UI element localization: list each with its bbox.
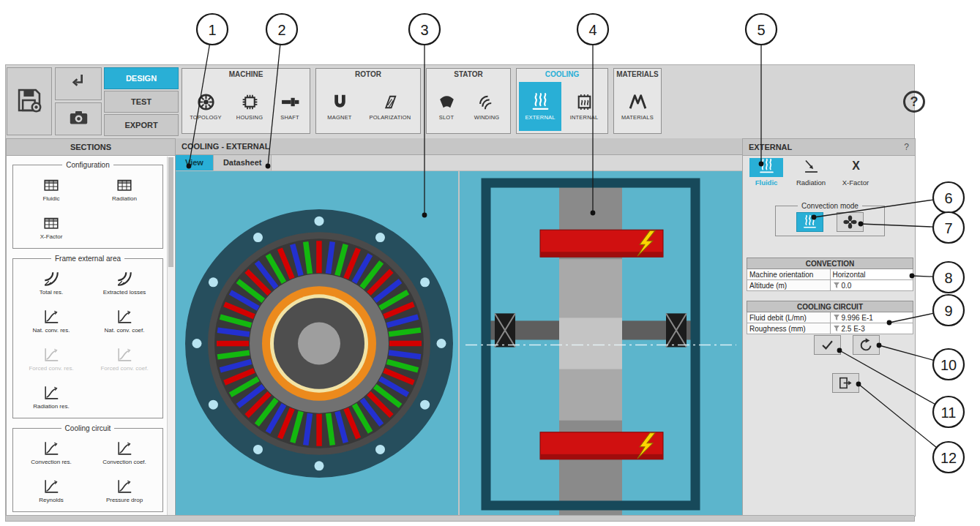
polarization-icon <box>381 92 400 112</box>
restore-button[interactable] <box>853 335 880 355</box>
panel-tab-label: X-Factor <box>842 179 869 187</box>
action-buttons <box>814 335 880 355</box>
table-row: Fluid debit (L/mn)9.996 E-1 <box>747 312 913 323</box>
tab-view[interactable]: View <box>176 155 214 170</box>
undo-icon <box>859 337 874 353</box>
param-value[interactable]: 2.5 E-3 <box>830 323 913 334</box>
natural-convection-button[interactable] <box>796 212 823 232</box>
callout-number-9: 9 <box>944 303 952 319</box>
radial-viewport[interactable] <box>176 171 458 516</box>
axial-viewport[interactable] <box>460 171 742 516</box>
section-item-label: Forced conv. coef. <box>100 365 148 372</box>
ribbon-item-magnet[interactable]: MAGNET <box>318 82 361 131</box>
ribbon-item-shaft[interactable]: SHAFT <box>272 82 307 131</box>
scrollbar-thumb[interactable] <box>168 157 173 267</box>
test-button[interactable]: TEST <box>104 91 179 113</box>
panel-tab-x-factor[interactable]: XX-Factor <box>834 158 877 187</box>
section-item-extracted-losses[interactable]: Extracted losses <box>88 263 161 301</box>
wheel-icon <box>196 92 216 112</box>
validate-button[interactable] <box>814 335 841 355</box>
ribbon-item-external[interactable]: EXTERNAL <box>519 82 561 131</box>
panel-tabs: FluidicRadiationXX-Factor <box>745 158 877 187</box>
ribbon-item-polarization[interactable]: POLARIZATION <box>362 82 418 131</box>
ribbon-item-label: HOUSING <box>236 114 263 121</box>
panel-tab-radiation[interactable]: Radiation <box>790 158 832 187</box>
snapshot-button[interactable] <box>55 102 102 135</box>
section-item-nat-conv-coef[interactable]: Nat. conv. coef. <box>88 301 161 339</box>
callout-circle-12 <box>933 442 964 473</box>
sections-body: ConfigurationFluidicRadiationX-FactorFra… <box>7 157 166 516</box>
section-item-pressure-drop[interactable]: Pressure drop <box>88 471 161 509</box>
callout-circle-9 <box>933 295 964 326</box>
section-item-label: Pressure drop <box>106 497 143 503</box>
tab-datasheet[interactable]: Datasheet <box>214 155 272 170</box>
section-item-radiation-res[interactable]: Radiation res. <box>15 377 88 416</box>
section-item-label: Radiation res. <box>33 403 69 410</box>
callout-circle-2 <box>266 14 297 45</box>
section-item-reynolds[interactable]: Reynolds <box>15 471 88 509</box>
help-button[interactable]: ? <box>903 91 925 113</box>
materials-icon <box>628 92 648 112</box>
ribbon-item-topology[interactable]: TOPOLOGY <box>184 82 227 131</box>
ribbon-item-internal[interactable]: INTERNAL <box>563 82 605 131</box>
table-icon <box>115 176 134 194</box>
param-value[interactable]: Horizontal <box>830 269 913 280</box>
panel-tab-fluidic[interactable]: Fluidic <box>745 158 788 187</box>
param-label: Roughness (mm) <box>747 323 831 334</box>
ribbon-item-winding[interactable]: WINDING <box>465 82 508 131</box>
callout-circle-7 <box>933 212 964 243</box>
sections-title: SECTIONS <box>7 139 175 156</box>
sections-scrollbar[interactable] <box>167 157 174 515</box>
import-button[interactable] <box>55 67 102 100</box>
export-results-button[interactable] <box>832 373 859 393</box>
callout-circle-10 <box>933 349 964 380</box>
parameter-tables: CONVECTIONMachine orientationHorizontalA… <box>747 258 913 344</box>
callout-circle-8 <box>933 262 964 293</box>
ribbon-item-materials[interactable]: MATERIALS <box>616 82 659 131</box>
page: DESIGN TEST EXPORT MACHINETOPOLOGYHOUSIN… <box>0 0 980 526</box>
param-value-text: 2.5 E-3 <box>842 325 865 333</box>
panel-tab-label: Radiation <box>796 179 826 187</box>
ribbon-item-housing[interactable]: HOUSING <box>228 82 271 131</box>
curve-icon <box>42 384 61 402</box>
forced-convection-button[interactable] <box>837 212 864 232</box>
panel-title: EXTERNAL <box>749 143 792 151</box>
param-value[interactable]: 9.996 E-1 <box>830 312 913 323</box>
section-item-nat-conv-res[interactable]: Nat. conv. res. <box>15 301 88 339</box>
ribbon-item-label: TOPOLOGY <box>190 114 222 121</box>
table-row: Altitude (m)0.0 <box>747 280 913 291</box>
param-value-text: Horizontal <box>833 271 866 279</box>
param-value-text: 0.0 <box>842 282 852 290</box>
section-item-fluidic[interactable]: Fluidic <box>15 170 88 208</box>
canvas <box>176 171 742 516</box>
section-item-convection-res[interactable]: Convection res. <box>15 433 88 471</box>
callout-number-10: 10 <box>940 357 957 373</box>
check-icon <box>820 337 835 353</box>
section-item-radiation[interactable]: Radiation <box>88 170 161 208</box>
table-header: CONVECTION <box>747 258 913 269</box>
ribbon-item-slot[interactable]: SLOT <box>429 82 464 131</box>
ribbon-item-label: WINDING <box>474 114 500 121</box>
ribbon-item-label: SLOT <box>439 114 454 121</box>
callout-number-4: 4 <box>588 22 596 38</box>
panel-help-button[interactable]: ? <box>904 142 909 152</box>
section-item-label: Total res. <box>40 289 63 296</box>
save-project-button[interactable] <box>7 67 52 135</box>
waves-icon <box>802 214 818 230</box>
chipwave-icon <box>575 92 594 112</box>
design-button[interactable]: DESIGN <box>104 67 179 89</box>
table-convection: CONVECTIONMachine orientationHorizontalA… <box>747 258 913 291</box>
callout-circle-3 <box>409 14 440 45</box>
curve-icon <box>42 478 61 495</box>
export-mode-button[interactable]: EXPORT <box>104 114 179 136</box>
section-item-x-factor[interactable]: X-Factor <box>15 208 88 246</box>
ribbon-item-label: SHAFT <box>280 114 299 121</box>
convection-mode-group: Convection mode <box>775 202 885 236</box>
funnel-icon <box>833 314 840 321</box>
ribbon-groups: MACHINETOPOLOGYHOUSINGSHAFTROTORMAGNETPO… <box>182 68 662 134</box>
section-item-total-res[interactable]: Total res. <box>15 263 88 301</box>
param-value[interactable]: 0.0 <box>830 280 913 291</box>
xfactor-icon: X <box>848 158 864 178</box>
section-item-convection-coef[interactable]: Convection coef. <box>88 433 161 471</box>
curve-icon <box>115 346 134 364</box>
